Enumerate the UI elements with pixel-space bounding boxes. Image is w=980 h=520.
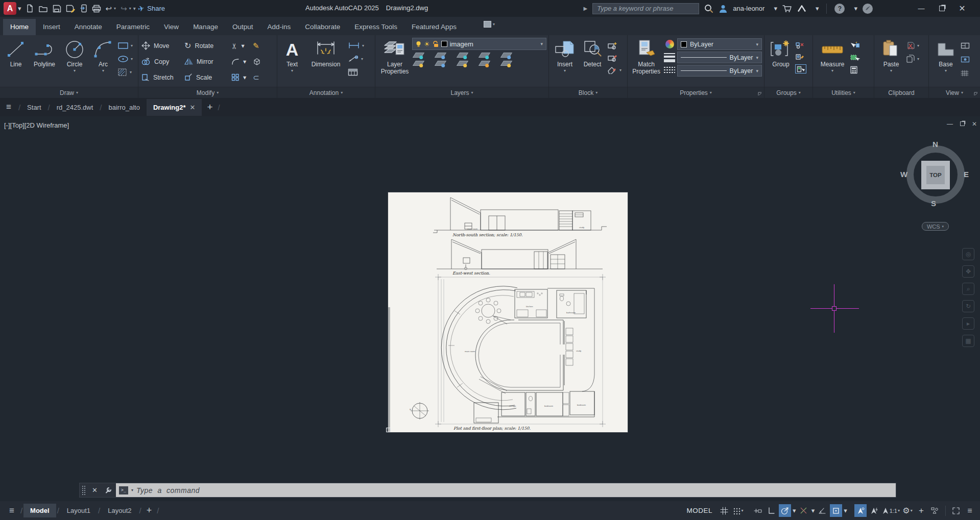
line-button[interactable]: Line bbox=[3, 37, 29, 87]
isolate-objects-toggle[interactable] bbox=[929, 504, 941, 517]
tab-parametric[interactable]: Parametric bbox=[109, 19, 157, 35]
move-button[interactable]: Move bbox=[141, 41, 184, 50]
command-drag-handle[interactable] bbox=[82, 485, 86, 496]
panel-label-utilities[interactable]: Utilities▾ bbox=[813, 87, 874, 98]
feedback-icon[interactable] bbox=[863, 4, 873, 14]
annotation-scale-toggle[interactable]: 1:1▾ bbox=[882, 504, 900, 517]
viewport-minimize-icon[interactable]: — bbox=[947, 120, 953, 128]
file-tab-drawing2[interactable]: Drawing2* ✕ bbox=[147, 99, 202, 116]
rectangle-tool[interactable]: ▾ bbox=[117, 41, 133, 50]
object-snap-tracking-toggle[interactable] bbox=[816, 504, 828, 517]
viewport-close-icon[interactable]: ✕ bbox=[972, 120, 977, 128]
new-layout-button[interactable]: + bbox=[142, 505, 156, 516]
annotation-scale-caret[interactable]: ▾ bbox=[898, 508, 900, 513]
snap-toggle[interactable]: ▾ bbox=[732, 504, 744, 517]
file-tab-bairro-alto[interactable]: bairro_alto bbox=[102, 99, 146, 116]
pan-icon[interactable]: ✥ bbox=[962, 265, 974, 278]
layer-unlock-all-icon[interactable] bbox=[479, 61, 490, 66]
tab-featured-apps[interactable]: Featured Apps bbox=[404, 19, 464, 35]
command-close-icon[interactable]: ✕ bbox=[88, 486, 101, 494]
layer-unlock-icon[interactable] bbox=[433, 41, 439, 47]
file-tab-start[interactable]: Start bbox=[20, 99, 47, 116]
layer-make-current-icon[interactable] bbox=[500, 53, 512, 58]
layout-tab-layout1[interactable]: Layout1 bbox=[60, 504, 97, 517]
detect-button[interactable]: Detect bbox=[579, 37, 606, 87]
autoscale-toggle[interactable] bbox=[868, 504, 880, 517]
base-button[interactable]: Base ▾ bbox=[932, 37, 960, 87]
tab-express-tools[interactable]: Express Tools bbox=[347, 19, 404, 35]
layout-menu-icon[interactable]: ≡ bbox=[4, 506, 19, 516]
polar-tracking-toggle[interactable] bbox=[779, 504, 791, 517]
layer-on-bulb-icon[interactable] bbox=[416, 41, 421, 47]
layer-off-icon[interactable] bbox=[413, 53, 424, 58]
command-line-palette[interactable]: ✕ >_ ▾ Type a command bbox=[79, 483, 896, 498]
erase-button[interactable]: ✎ bbox=[253, 41, 269, 51]
named-views-tool[interactable] bbox=[961, 55, 970, 64]
view-dialog-launcher[interactable] bbox=[974, 92, 978, 96]
tab-annotate[interactable]: Annotate bbox=[67, 19, 109, 35]
panel-label-clipboard[interactable]: Clipboard bbox=[874, 87, 928, 98]
copy-clip-tool[interactable]: ▾ bbox=[906, 54, 919, 63]
layer-thaw-icon[interactable] bbox=[457, 61, 468, 66]
viewport-config-tool[interactable] bbox=[961, 41, 970, 50]
workspace-switching[interactable]: ⚙▾ bbox=[901, 504, 914, 517]
array-caret[interactable]: ▾ bbox=[243, 73, 246, 81]
polar-caret[interactable]: ▾ bbox=[793, 507, 796, 514]
autodesk-menu-caret[interactable]: ▾ bbox=[816, 5, 819, 12]
circle-button[interactable]: Circle ▾ bbox=[60, 37, 89, 87]
open-from-mobile-icon[interactable] bbox=[80, 4, 87, 13]
table-tool[interactable] bbox=[348, 67, 364, 77]
save-as-icon[interactable] bbox=[66, 4, 76, 13]
file-tab-rd2425[interactable]: rd_2425.dwt bbox=[50, 99, 100, 116]
layer-color-swatch[interactable] bbox=[441, 41, 447, 47]
close-button[interactable]: ✕ bbox=[954, 3, 970, 15]
ribbon-display-toggle[interactable]: ▾ bbox=[484, 21, 495, 28]
panel-label-layers[interactable]: Layers▾ bbox=[375, 87, 548, 98]
object-snap-caret[interactable]: ▾ bbox=[844, 507, 847, 514]
layout-tab-layout2[interactable]: Layout2 bbox=[101, 504, 138, 517]
base-caret[interactable]: ▾ bbox=[945, 68, 947, 73]
cut-tool[interactable]: ▾ bbox=[906, 41, 919, 50]
measure-caret[interactable]: ▾ bbox=[831, 68, 833, 73]
layer-match-icon[interactable] bbox=[500, 61, 512, 66]
layout-tab-model[interactable]: Model bbox=[23, 504, 56, 517]
panel-label-properties[interactable]: Properties▾ bbox=[628, 87, 764, 98]
viewport-controls-label[interactable]: [-][Top][2D Wireframe] bbox=[4, 121, 69, 129]
tab-add-ins[interactable]: Add-ins bbox=[260, 19, 298, 35]
trim-button[interactable]: ✂▾ bbox=[231, 41, 253, 51]
linetype-dropdown[interactable]: ByLayer▾ bbox=[677, 65, 762, 77]
panel-label-draw[interactable]: Draw▾ bbox=[0, 87, 138, 98]
insert-button[interactable]: Insert ▾ bbox=[552, 37, 578, 87]
create-block-tool[interactable] bbox=[607, 41, 622, 50]
arc-button[interactable]: Arc ▾ bbox=[90, 37, 116, 87]
properties-dialog-launcher[interactable] bbox=[758, 92, 762, 96]
linear-dimension-tool[interactable]: ▾ bbox=[348, 41, 364, 50]
viewcube-top-face[interactable]: TOP bbox=[921, 161, 950, 189]
isodraft-caret[interactable]: ▾ bbox=[811, 507, 815, 514]
user-name[interactable]: ana-leonor bbox=[733, 5, 764, 12]
polyline-button[interactable]: Polyline bbox=[30, 37, 59, 87]
lineweight-dropdown[interactable]: ByLayer▾ bbox=[677, 52, 762, 63]
save-icon[interactable] bbox=[53, 5, 61, 13]
file-tabs-menu-icon[interactable]: ≡ bbox=[0, 102, 18, 112]
new-file-icon[interactable] bbox=[26, 4, 34, 13]
navigation-bar[interactable]: ◎ ✥ ⌕ ↻ ▸ ▦ bbox=[962, 248, 976, 347]
command-tools-icon[interactable] bbox=[101, 486, 116, 494]
leader-tool[interactable]: ▾ bbox=[348, 54, 364, 63]
dimension-button[interactable]: Dimension bbox=[305, 37, 347, 87]
quick-calculator-tool[interactable] bbox=[850, 65, 860, 75]
tab-home[interactable]: Home bbox=[3, 19, 36, 35]
undo-icon[interactable]: ↩ bbox=[106, 4, 112, 13]
group-button[interactable]: Group bbox=[768, 37, 794, 87]
viewcube-east[interactable]: E bbox=[964, 170, 969, 179]
group-selection-toggle[interactable] bbox=[795, 64, 806, 73]
layer-isolate-icon[interactable] bbox=[435, 53, 446, 58]
measure-button[interactable]: Measure ▾ bbox=[816, 37, 849, 87]
annotation-visibility-toggle[interactable] bbox=[854, 504, 867, 517]
quick-select-tool[interactable] bbox=[850, 41, 860, 50]
tab-view[interactable]: View bbox=[157, 19, 186, 35]
group-edit-tool[interactable] bbox=[795, 53, 806, 62]
user-menu-caret[interactable]: ▾ bbox=[774, 5, 777, 12]
arc-caret[interactable]: ▾ bbox=[102, 68, 104, 73]
orbit-icon[interactable]: ↻ bbox=[962, 300, 974, 312]
